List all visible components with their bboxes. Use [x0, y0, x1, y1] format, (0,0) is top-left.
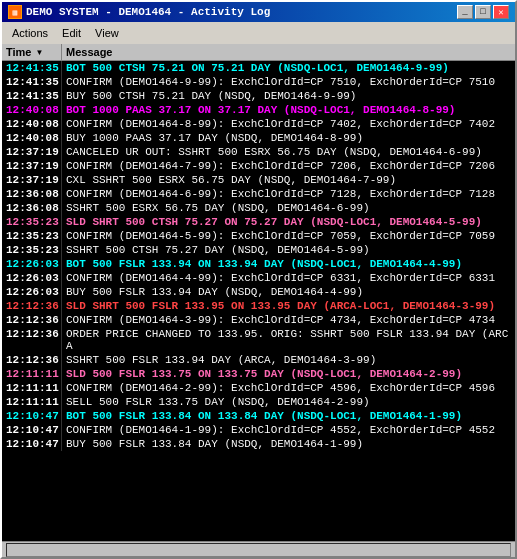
row-time: 12:37:19 — [2, 145, 62, 159]
log-row: 12:35:23CONFIRM (DEMO1464-5-99): ExchClO… — [2, 229, 515, 243]
table-header: Time ▼ Message — [2, 44, 515, 61]
row-message: BOT 500 FSLR 133.94 ON 133.94 DAY (NSDQ-… — [62, 257, 515, 271]
row-message: CONFIRM (DEMO1464-2-99): ExchClOrdId=CP … — [62, 381, 515, 395]
log-row: 12:12:36ORDER PRICE CHANGED TO 133.95. O… — [2, 327, 515, 353]
row-message: SLD 500 FSLR 133.75 ON 133.75 DAY (NSDQ-… — [62, 367, 515, 381]
row-time: 12:41:35 — [2, 89, 62, 103]
sort-arrow: ▼ — [35, 48, 43, 57]
menu-bar: Actions Edit View — [2, 22, 515, 44]
row-message: ORDER PRICE CHANGED TO 133.95. ORIG: SSH… — [62, 327, 515, 353]
log-row: 12:11:11SLD 500 FSLR 133.75 ON 133.75 DA… — [2, 367, 515, 381]
row-time: 12:12:36 — [2, 313, 62, 327]
row-time: 12:12:36 — [2, 327, 62, 353]
row-time: 12:41:35 — [2, 75, 62, 89]
row-time: 12:10:47 — [2, 409, 62, 423]
row-message: CONFIRM (DEMO1464-4-99): ExchClOrdId=CP … — [62, 271, 515, 285]
row-message: SSHRT 500 FSLR 133.94 DAY (ARCA, DEMO146… — [62, 353, 515, 367]
log-row: 12:10:47BUY 500 FSLR 133.84 DAY (NSDQ, D… — [2, 437, 515, 451]
row-time: 12:37:19 — [2, 159, 62, 173]
row-message: CANCELED UR OUT: SSHRT 500 ESRX 56.75 DA… — [62, 145, 515, 159]
message-label: Message — [66, 46, 112, 58]
row-message: CONFIRM (DEMO1464-7-99): ExchClOrdId=CP … — [62, 159, 515, 173]
maximize-button[interactable]: □ — [475, 5, 491, 19]
row-message: CONFIRM (DEMO1464-3-99): ExchClOrdId=CP … — [62, 313, 515, 327]
log-row: 12:37:19CANCELED UR OUT: SSHRT 500 ESRX … — [2, 145, 515, 159]
time-label: Time — [6, 46, 31, 58]
horizontal-scrollbar[interactable] — [6, 543, 511, 557]
row-message: SSHRT 500 ESRX 56.75 DAY (NSDQ, DEMO1464… — [62, 201, 515, 215]
row-time: 12:40:08 — [2, 103, 62, 117]
row-message: BUY 500 CTSH 75.21 DAY (NSDQ, DEMO1464-9… — [62, 89, 515, 103]
row-time: 12:40:08 — [2, 131, 62, 145]
row-message: BUY 500 FSLR 133.84 DAY (NSDQ, DEMO1464-… — [62, 437, 515, 451]
row-message: CONFIRM (DEMO1464-9-99): ExchClOrdId=CP … — [62, 75, 515, 89]
title-bar: ▦ DEMO SYSTEM - DEMO1464 - Activity Log … — [2, 2, 515, 22]
row-time: 12:36:08 — [2, 187, 62, 201]
log-row: 12:41:35BOT 500 CTSH 75.21 ON 75.21 DAY … — [2, 61, 515, 75]
menu-view[interactable]: View — [89, 25, 125, 41]
log-row: 12:26:03BOT 500 FSLR 133.94 ON 133.94 DA… — [2, 257, 515, 271]
title-controls: _ □ ✕ — [457, 5, 509, 19]
row-message: BUY 500 FSLR 133.94 DAY (NSDQ, DEMO1464-… — [62, 285, 515, 299]
row-message: CONFIRM (DEMO1464-1-99): ExchClOrdId=CP … — [62, 423, 515, 437]
log-row: 12:40:08BOT 1000 PAAS 37.17 ON 37.17 DAY… — [2, 103, 515, 117]
row-time: 12:11:11 — [2, 367, 62, 381]
row-time: 12:35:23 — [2, 215, 62, 229]
row-message: CONFIRM (DEMO1464-5-99): ExchClOrdId=CP … — [62, 229, 515, 243]
log-row: 12:35:23SLD SHRT 500 CTSH 75.27 ON 75.27… — [2, 215, 515, 229]
log-row: 12:11:11SELL 500 FSLR 133.75 DAY (NSDQ, … — [2, 395, 515, 409]
row-time: 12:35:23 — [2, 229, 62, 243]
app-icon: ▦ — [8, 5, 22, 19]
row-message: BOT 1000 PAAS 37.17 ON 37.17 DAY (NSDQ-L… — [62, 103, 515, 117]
row-time: 12:35:23 — [2, 243, 62, 257]
row-time: 12:10:47 — [2, 423, 62, 437]
row-time: 12:12:36 — [2, 353, 62, 367]
row-time: 12:26:03 — [2, 257, 62, 271]
log-row: 12:12:36CONFIRM (DEMO1464-3-99): ExchClO… — [2, 313, 515, 327]
log-row: 12:36:08SSHRT 500 ESRX 56.75 DAY (NSDQ, … — [2, 201, 515, 215]
window-title: DEMO SYSTEM - DEMO1464 - Activity Log — [26, 6, 270, 18]
row-time: 12:37:19 — [2, 173, 62, 187]
col-message-header[interactable]: Message — [62, 44, 515, 60]
minimize-button[interactable]: _ — [457, 5, 473, 19]
menu-edit[interactable]: Edit — [56, 25, 87, 41]
row-message: SLD SHRT 500 FSLR 133.95 ON 133.95 DAY (… — [62, 299, 515, 313]
log-row: 12:41:35BUY 500 CTSH 75.21 DAY (NSDQ, DE… — [2, 89, 515, 103]
log-row: 12:37:19CXL SSHRT 500 ESRX 56.75 DAY (NS… — [2, 173, 515, 187]
menu-actions[interactable]: Actions — [6, 25, 54, 41]
row-message: CONFIRM (DEMO1464-8-99): ExchClOrdId=CP … — [62, 117, 515, 131]
log-row: 12:10:47CONFIRM (DEMO1464-1-99): ExchClO… — [2, 423, 515, 437]
row-message: CONFIRM (DEMO1464-6-99): ExchClOrdId=CP … — [62, 187, 515, 201]
log-row: 12:26:03BUY 500 FSLR 133.94 DAY (NSDQ, D… — [2, 285, 515, 299]
row-time: 12:10:47 — [2, 437, 62, 451]
row-message: SLD SHRT 500 CTSH 75.27 ON 75.27 DAY (NS… — [62, 215, 515, 229]
content-area: Time ▼ Message 12:41:35BOT 500 CTSH 75.2… — [2, 44, 515, 541]
row-time: 12:36:08 — [2, 201, 62, 215]
log-row: 12:40:08CONFIRM (DEMO1464-8-99): ExchClO… — [2, 117, 515, 131]
log-row: 12:41:35CONFIRM (DEMO1464-9-99): ExchClO… — [2, 75, 515, 89]
log-row: 12:12:36SSHRT 500 FSLR 133.94 DAY (ARCA,… — [2, 353, 515, 367]
row-message: SSHRT 500 CTSH 75.27 DAY (NSDQ, DEMO1464… — [62, 243, 515, 257]
row-message: BOT 500 FSLR 133.84 ON 133.84 DAY (NSDQ-… — [62, 409, 515, 423]
row-time: 12:26:03 — [2, 271, 62, 285]
log-table[interactable]: 12:41:35BOT 500 CTSH 75.21 ON 75.21 DAY … — [2, 61, 515, 541]
row-time: 12:12:36 — [2, 299, 62, 313]
row-time: 12:26:03 — [2, 285, 62, 299]
close-button[interactable]: ✕ — [493, 5, 509, 19]
row-time: 12:11:11 — [2, 395, 62, 409]
log-row: 12:11:11CONFIRM (DEMO1464-2-99): ExchClO… — [2, 381, 515, 395]
status-bar — [2, 541, 515, 557]
row-time: 12:40:08 — [2, 117, 62, 131]
row-time: 12:11:11 — [2, 381, 62, 395]
row-time: 12:41:35 — [2, 61, 62, 75]
log-row: 12:37:19CONFIRM (DEMO1464-7-99): ExchClO… — [2, 159, 515, 173]
row-message: BOT 500 CTSH 75.21 ON 75.21 DAY (NSDQ-LO… — [62, 61, 515, 75]
log-row: 12:12:36SLD SHRT 500 FSLR 133.95 ON 133.… — [2, 299, 515, 313]
row-message: CXL SSHRT 500 ESRX 56.75 DAY (NSDQ, DEMO… — [62, 173, 515, 187]
col-time-header[interactable]: Time ▼ — [2, 44, 62, 60]
main-window: ▦ DEMO SYSTEM - DEMO1464 - Activity Log … — [0, 0, 517, 559]
title-bar-left: ▦ DEMO SYSTEM - DEMO1464 - Activity Log — [8, 5, 270, 19]
log-row: 12:40:08BUY 1000 PAAS 37.17 DAY (NSDQ, D… — [2, 131, 515, 145]
row-message: SELL 500 FSLR 133.75 DAY (NSDQ, DEMO1464… — [62, 395, 515, 409]
log-row: 12:36:08CONFIRM (DEMO1464-6-99): ExchClO… — [2, 187, 515, 201]
